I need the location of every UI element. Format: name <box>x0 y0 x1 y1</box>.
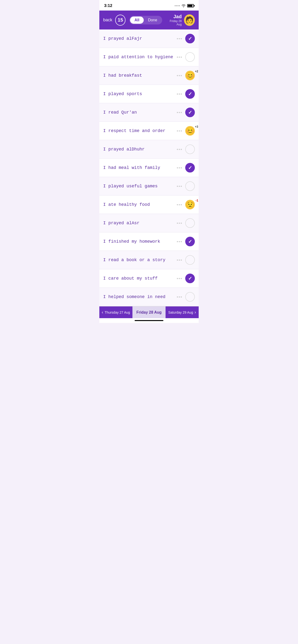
more-options-icon[interactable] <box>177 278 182 279</box>
more-options-icon[interactable] <box>177 167 182 168</box>
task-list: I prayed alFajrI paid attention to hygie… <box>99 30 199 306</box>
task-actions <box>177 255 195 265</box>
task-row: I prayed alFajr <box>99 30 199 48</box>
filter-tabs: All Done <box>129 16 162 24</box>
task-check-button[interactable] <box>185 218 195 228</box>
task-row: I prayed alDhuhr <box>99 140 199 158</box>
task-row: I read a book or a story <box>99 251 199 269</box>
more-options-icon[interactable] <box>177 260 182 261</box>
more-options-icon[interactable] <box>177 38 182 39</box>
task-check-button[interactable] <box>185 34 195 43</box>
more-options-icon[interactable] <box>177 204 182 205</box>
home-bar <box>135 320 163 321</box>
task-row: I respect time and order😊+3 <box>99 122 199 140</box>
wifi-icon <box>181 4 186 8</box>
task-text: I had breakfast <box>103 73 175 78</box>
user-date: Friday 28 Aug <box>165 20 182 26</box>
task-text: I read a book or a story <box>103 258 175 262</box>
more-options-icon[interactable] <box>177 296 182 298</box>
task-row: I played useful games <box>99 177 199 196</box>
prev-day-button[interactable]: ‹ Thursday 27 Aug <box>99 306 132 318</box>
task-actions <box>177 181 195 191</box>
task-emoji-status[interactable]: 😊+2 <box>185 71 195 80</box>
task-text: I prayed alAsr <box>103 221 175 226</box>
task-check-button[interactable] <box>185 144 195 154</box>
task-text: I prayed alDhuhr <box>103 147 175 152</box>
more-options-icon[interactable] <box>177 186 182 187</box>
task-count-badge: 15 <box>115 14 125 26</box>
task-check-button[interactable] <box>185 52 195 62</box>
battery-icon <box>187 4 194 8</box>
more-options-icon[interactable] <box>177 94 182 95</box>
status-bar: 3:12 <box>99 0 199 10</box>
more-options-icon[interactable] <box>177 130 182 132</box>
task-text: I paid attention to hygiene <box>103 54 175 60</box>
status-icons <box>175 4 194 8</box>
home-indicator <box>99 318 199 323</box>
tab-done[interactable]: Done <box>144 16 162 24</box>
task-check-button[interactable] <box>185 108 195 117</box>
task-row: I played sports <box>99 85 199 103</box>
avatar: 🧑 <box>184 14 195 26</box>
user-name: Jad <box>174 14 182 20</box>
task-actions: 😊+3 <box>177 126 195 136</box>
task-actions <box>177 52 195 62</box>
more-options-icon[interactable] <box>177 149 182 150</box>
task-actions <box>177 89 195 99</box>
task-text: I finished my homework <box>103 239 175 244</box>
task-check-button[interactable] <box>185 237 195 246</box>
next-day-label: Saturday 29 Aug <box>168 310 193 314</box>
more-options-icon[interactable] <box>177 56 182 58</box>
task-row: I helped someone in need <box>99 288 199 306</box>
current-day-label: Friday 28 Aug <box>132 306 166 318</box>
task-text: I helped someone in need <box>103 294 175 299</box>
user-info: Jad Friday 28 Aug 🧑 <box>165 14 195 26</box>
next-day-button[interactable]: Saturday 29 Aug › <box>166 306 199 318</box>
task-text: I care about my stuff <box>103 276 175 281</box>
signal-icon <box>175 5 180 6</box>
task-actions: 😟-1 <box>177 200 195 210</box>
prev-day-label: Thursday 27 Aug <box>105 310 130 314</box>
back-label: back <box>103 18 112 22</box>
task-actions <box>177 218 195 228</box>
task-actions <box>177 108 195 117</box>
task-actions <box>177 144 195 154</box>
status-time: 3:12 <box>104 3 112 8</box>
task-emoji-status[interactable]: 😊+3 <box>185 126 195 136</box>
task-actions <box>177 163 195 172</box>
task-check-button[interactable] <box>185 274 195 283</box>
header: back 15 All Done Jad Friday 28 Aug 🧑 <box>99 10 199 30</box>
task-emoji-status[interactable]: 😟-1 <box>185 200 195 210</box>
next-arrow-icon: › <box>195 310 196 315</box>
task-actions <box>177 274 195 283</box>
bottom-nav: ‹ Thursday 27 Aug Friday 28 Aug Saturday… <box>99 306 199 318</box>
prev-arrow-icon: ‹ <box>102 310 103 315</box>
task-actions <box>177 237 195 246</box>
task-row: I ate healthy food😟-1 <box>99 196 199 214</box>
task-actions <box>177 34 195 43</box>
task-check-button[interactable] <box>185 181 195 191</box>
task-actions: 😊+2 <box>177 71 195 80</box>
task-row: I had breakfast😊+2 <box>99 66 199 85</box>
task-text: I had meal with family <box>103 165 175 170</box>
tab-all[interactable]: All <box>130 16 143 24</box>
task-actions <box>177 292 195 302</box>
task-row: I read Qur'an <box>99 103 199 122</box>
task-row: I prayed alAsr <box>99 214 199 232</box>
more-options-icon[interactable] <box>177 241 182 242</box>
task-row: I finished my homework <box>99 232 199 251</box>
task-text: I read Qur'an <box>103 110 175 115</box>
back-button[interactable]: back <box>103 18 112 22</box>
more-options-icon[interactable] <box>177 75 182 76</box>
more-options-icon[interactable] <box>177 112 182 113</box>
task-text: I played sports <box>103 92 175 96</box>
task-row: I care about my stuff <box>99 269 199 288</box>
task-check-button[interactable] <box>185 255 195 265</box>
more-options-icon[interactable] <box>177 222 182 224</box>
task-text: I ate healthy food <box>103 202 175 207</box>
task-row: I had meal with family <box>99 158 199 177</box>
task-text: I played useful games <box>103 184 175 188</box>
task-check-button[interactable] <box>185 292 195 302</box>
task-check-button[interactable] <box>185 89 195 99</box>
task-check-button[interactable] <box>185 163 195 172</box>
